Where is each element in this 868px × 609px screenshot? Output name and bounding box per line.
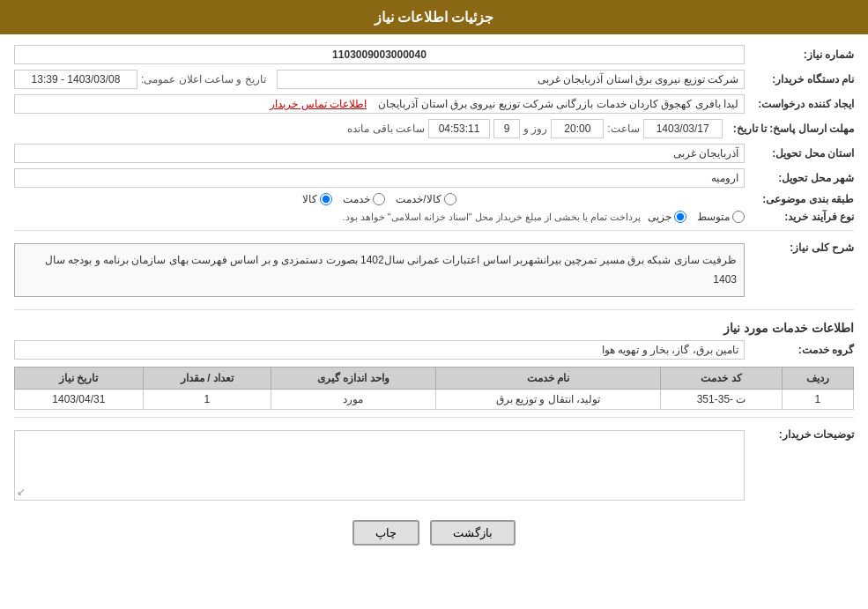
delivery-province-row: استان محل تحویل: آذربایجان غربی — [14, 144, 854, 163]
category-radio-group: کالا/خدمت خدمت کالا — [14, 193, 745, 205]
deadline-day-label: روز و — [523, 123, 547, 135]
delivery-city-row: شهر محل تحویل: ارومیه — [14, 168, 854, 188]
table-row: 1ت -35-351تولید، انتقال و توزیع برقمورد1… — [15, 390, 854, 410]
print-button[interactable]: چاپ — [352, 520, 419, 546]
delivery-city-label: شهر محل تحویل: — [748, 172, 854, 184]
category-option-kala-khedmat: کالا/خدمت — [396, 193, 456, 205]
category-row: طبقه بندی موضوعی: کالا/خدمت خدمت کالا — [14, 193, 854, 205]
deadline-days: 9 — [493, 119, 520, 138]
back-button[interactable]: بازگشت — [430, 520, 516, 546]
need-number-label: شماره نیاز: — [748, 48, 854, 61]
buyer-org-row: نام دستگاه خریدار: شرکت توزیع نیروی برق … — [14, 70, 854, 89]
delivery-province-label: استان محل تحویل: — [748, 147, 854, 160]
purchase-type-option-jozei: جزیی — [648, 211, 686, 223]
buyer-org-label: نام دستگاه خریدار: — [748, 73, 854, 85]
category-radio-khedmat[interactable] — [373, 193, 385, 205]
page-title: جزئیات اطلاعات نیاز — [375, 10, 494, 25]
contact-link[interactable]: اطلاعات تماس خریدار — [270, 98, 367, 110]
table-cell-unit: مورد — [271, 390, 435, 410]
pub-date-label: تاریخ و ساعت اعلان عمومی: — [141, 73, 266, 85]
service-group-row: گروه خدمت: تامین برق، گاز، بخار و تهویه … — [14, 340, 854, 360]
buyer-notes-row: توضیحات خریدار: — [14, 425, 854, 506]
description-row: شرح کلی نیاز: ظرفیت سازی شبکه برق مسیر ت… — [14, 238, 854, 302]
table-cell-row: 1 — [782, 390, 853, 410]
category-label-kala: کالا — [302, 193, 317, 205]
description-label: شرح کلی نیاز: — [748, 238, 854, 254]
buyer-org-value: شرکت توزیع نیروی برق استان آذربایجان غرب… — [277, 70, 745, 89]
category-label-khedmat: خدمت — [343, 193, 370, 205]
service-group-label: گروه خدمت: — [748, 344, 854, 356]
category-radio-kala-khedmat[interactable] — [444, 193, 456, 205]
table-cell-code: ت -35-351 — [661, 390, 782, 410]
buyer-notes-label: توضیحات خریدار: — [748, 425, 854, 441]
creator-value: لیدا بافری کهجوق کاردان خدمات بازرگانی ش… — [14, 94, 745, 114]
purchase-type-radio-group: متوسط جزیی — [648, 211, 745, 223]
service-group-value: تامین برق، گاز، بخار و تهویه هوا — [14, 340, 745, 360]
action-buttons: بازگشت چاپ — [14, 520, 854, 546]
category-label-kala-khedmat: کالا/خدمت — [396, 193, 441, 205]
deadline-date: 1403/03/17 — [643, 119, 723, 138]
creator-row: ایجاد کننده درخواست: لیدا بافری کهجوق کا… — [14, 94, 854, 114]
purchase-type-radio-mutavasset[interactable] — [732, 211, 745, 223]
purchase-type-label-mutavasset: متوسط — [697, 211, 730, 223]
need-number-row: شماره نیاز: 1103009003000040 — [14, 45, 854, 64]
col-header-code: کد خدمت — [661, 368, 782, 390]
pub-date-value: 1403/03/08 - 13:39 — [14, 70, 137, 89]
col-header-unit: واحد اندازه گیری — [271, 368, 435, 390]
deadline-remaining: 04:53:11 — [428, 119, 490, 138]
col-header-name: نام خدمت — [435, 368, 661, 390]
deadline-label: مهلت ارسال پاسخ: تا تاریخ: — [726, 123, 854, 135]
description-value: ظرفیت سازی شبکه برق مسیر تمرچین بیرانشهر… — [14, 243, 745, 297]
purchase-type-option-mutavasset: متوسط — [697, 211, 745, 223]
services-table: ردیف کد خدمت نام خدمت واحد اندازه گیری ت… — [14, 367, 854, 410]
deadline-row: مهلت ارسال پاسخ: تا تاریخ: 1403/03/17 سا… — [14, 119, 854, 138]
divider-2 — [14, 309, 854, 310]
table-cell-name: تولید، انتقال و توزیع برق — [435, 390, 661, 410]
services-section-title: اطلاعات خدمات مورد نیاز — [14, 321, 854, 335]
category-label: طبقه بندی موضوعی: — [748, 193, 854, 205]
buyer-notes-value — [14, 430, 745, 501]
need-number-value: 1103009003000040 — [14, 45, 745, 64]
category-option-khedmat: خدمت — [343, 193, 385, 205]
category-radio-kala[interactable] — [320, 193, 332, 205]
deadline-remaining-label: ساعت باقی مانده — [347, 123, 425, 135]
page-header: جزئیات اطلاعات نیاز — [0, 0, 868, 34]
divider-1 — [14, 230, 854, 231]
category-option-kala: کالا — [302, 193, 332, 205]
col-header-qty: تعداد / مقدار — [143, 368, 271, 390]
purchase-type-row: نوع فرآیند خرید: متوسط جزیی پرداخت تمام … — [14, 211, 854, 223]
purchase-type-note: پرداخت تمام یا بخشی از مبلغ خریداز محل "… — [342, 212, 641, 223]
deadline-time-label: ساعت: — [607, 123, 639, 135]
col-header-row: ردیف — [782, 368, 853, 390]
table-cell-quantity: 1 — [143, 390, 271, 410]
deadline-time: 20:00 — [551, 119, 604, 138]
creator-label: ایجاد کننده درخواست: — [748, 98, 854, 110]
purchase-type-radio-jozei[interactable] — [674, 211, 686, 223]
delivery-province-value: آذربایجان غربی — [14, 144, 745, 163]
col-header-date: تاریخ نیاز — [15, 368, 144, 390]
purchase-type-label: نوع فرآیند خرید: — [748, 211, 854, 223]
delivery-city-value: ارومیه — [14, 168, 745, 188]
purchase-type-label-jozei: جزیی — [648, 211, 671, 223]
divider-3 — [14, 417, 854, 418]
table-cell-date: 1403/04/31 — [15, 390, 144, 410]
